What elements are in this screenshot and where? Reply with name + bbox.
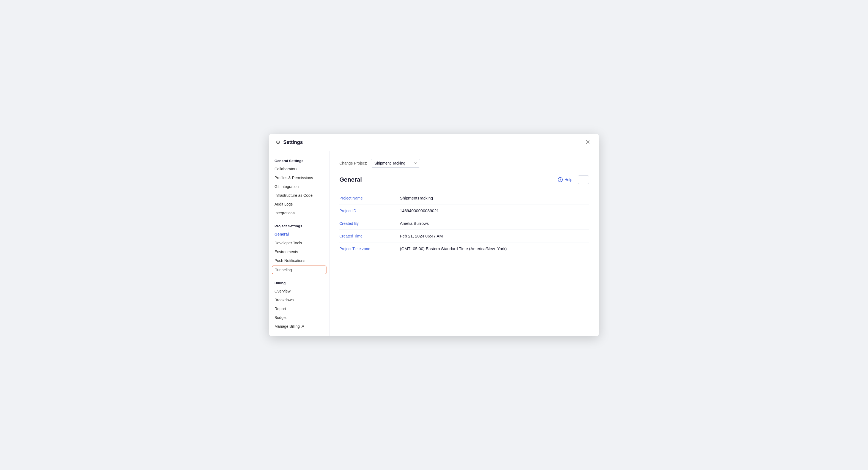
- sidebar-item-general[interactable]: General: [269, 230, 329, 239]
- sidebar-item-collaborators[interactable]: Collaborators: [269, 165, 329, 173]
- sidebar-item-infrastructure-as-code[interactable]: Infrastructure as Code: [269, 191, 329, 200]
- modal-header: ⚙ Settings ✕: [269, 134, 599, 151]
- section-title: General: [339, 176, 362, 183]
- close-button[interactable]: ✕: [583, 138, 592, 146]
- section-header: General ? Help ···: [339, 175, 589, 184]
- main-content: Change Project: ShipmentTracking General…: [330, 151, 599, 336]
- sidebar-item-developer-tools[interactable]: Developer Tools: [269, 239, 329, 247]
- field-label-project-id: Project ID: [339, 209, 400, 213]
- sidebar-item-profiles-permissions[interactable]: Profiles & Permissions: [269, 173, 329, 182]
- sidebar-item-manage-billing[interactable]: Manage Billing ↗: [269, 322, 329, 331]
- help-circle-icon: ?: [558, 177, 563, 182]
- project-settings-section-title: Project Settings: [269, 222, 329, 230]
- sidebar-item-budget[interactable]: Budget: [269, 313, 329, 322]
- modal-title: Settings: [283, 140, 303, 145]
- change-project-row: Change Project: ShipmentTracking: [339, 159, 589, 168]
- more-button[interactable]: ···: [578, 175, 589, 184]
- sidebar-item-push-notifications[interactable]: Push Notifications: [269, 256, 329, 265]
- info-row-project-name: Project Name ShipmentTracking: [339, 192, 589, 204]
- field-value-project-timezone: (GMT -05:00) Eastern Standard Time (Amer…: [400, 246, 506, 251]
- info-row-project-timezone: Project Time zone (GMT -05:00) Eastern S…: [339, 242, 589, 255]
- sidebar-item-overview[interactable]: Overview: [269, 287, 329, 296]
- sidebar: General Settings Collaborators Profiles …: [269, 151, 330, 336]
- field-value-project-id: 14694000000039021: [400, 208, 439, 213]
- sidebar-item-git-integration[interactable]: Git Integration: [269, 182, 329, 191]
- field-value-created-time: Feb 21, 2024 06:47 AM: [400, 234, 443, 238]
- sidebar-item-breakdown[interactable]: Breakdown: [269, 296, 329, 304]
- field-label-created-time: Created Time: [339, 234, 400, 238]
- sidebar-item-report[interactable]: Report: [269, 304, 329, 313]
- sidebar-item-integrations[interactable]: Integrations: [269, 209, 329, 217]
- field-value-project-name: ShipmentTracking: [400, 196, 433, 200]
- sidebar-item-tunneling[interactable]: Tunneling: [272, 266, 327, 274]
- modal-body: General Settings Collaborators Profiles …: [269, 151, 599, 336]
- settings-modal: ⚙ Settings ✕ General Settings Collaborat…: [269, 134, 599, 336]
- info-row-created-time: Created Time Feb 21, 2024 06:47 AM: [339, 230, 589, 242]
- change-project-label: Change Project:: [339, 161, 367, 166]
- section-actions: ? Help ···: [555, 175, 589, 184]
- field-label-created-by: Created By: [339, 221, 400, 226]
- info-fields: Project Name ShipmentTracking Project ID…: [339, 192, 589, 255]
- modal-title-area: ⚙ Settings: [276, 139, 303, 146]
- info-row-project-id: Project ID 14694000000039021: [339, 204, 589, 217]
- general-settings-section-title: General Settings: [269, 156, 329, 165]
- field-value-created-by: Amelia Burrows: [400, 221, 429, 226]
- sidebar-item-audit-logs[interactable]: Audit Logs: [269, 200, 329, 209]
- field-label-project-name: Project Name: [339, 196, 400, 200]
- help-button[interactable]: ? Help: [555, 176, 575, 184]
- project-select[interactable]: ShipmentTracking: [371, 159, 420, 168]
- settings-icon: ⚙: [276, 139, 281, 146]
- sidebar-item-environments[interactable]: Environments: [269, 247, 329, 256]
- field-label-project-timezone: Project Time zone: [339, 246, 400, 251]
- info-row-created-by: Created By Amelia Burrows: [339, 217, 589, 230]
- billing-section-title: Billing: [269, 279, 329, 287]
